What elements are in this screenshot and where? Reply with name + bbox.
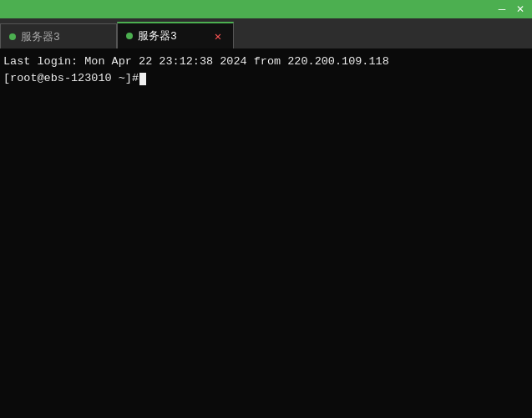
prompt-text: [root@ebs-123010 ~]#	[3, 70, 139, 87]
tab-indicator-1	[9, 33, 16, 40]
title-bar: ─ ✕	[0, 0, 532, 18]
prompt-line: [root@ebs-123010 ~]#	[3, 70, 529, 87]
tab-indicator-2	[126, 33, 133, 39]
window-controls: ─ ✕	[494, 3, 529, 16]
tab-close-button[interactable]: ✕	[211, 29, 225, 43]
terminal-body[interactable]: Last login: Mon Apr 22 23:12:38 2024 fro…	[0, 48, 532, 418]
tab-bar: 服务器3 服务器3 ✕	[0, 18, 532, 48]
tab-label-2: 服务器3	[138, 28, 206, 43]
terminal-cursor	[139, 73, 146, 85]
close-button[interactable]: ✕	[512, 3, 529, 16]
minimize-button[interactable]: ─	[494, 3, 510, 16]
login-line: Last login: Mon Apr 22 23:12:38 2024 fro…	[3, 54, 529, 70]
tab-2[interactable]: 服务器3 ✕	[117, 22, 234, 48]
tab-1[interactable]: 服务器3	[0, 23, 117, 48]
tab-label-1: 服务器3	[21, 29, 108, 44]
